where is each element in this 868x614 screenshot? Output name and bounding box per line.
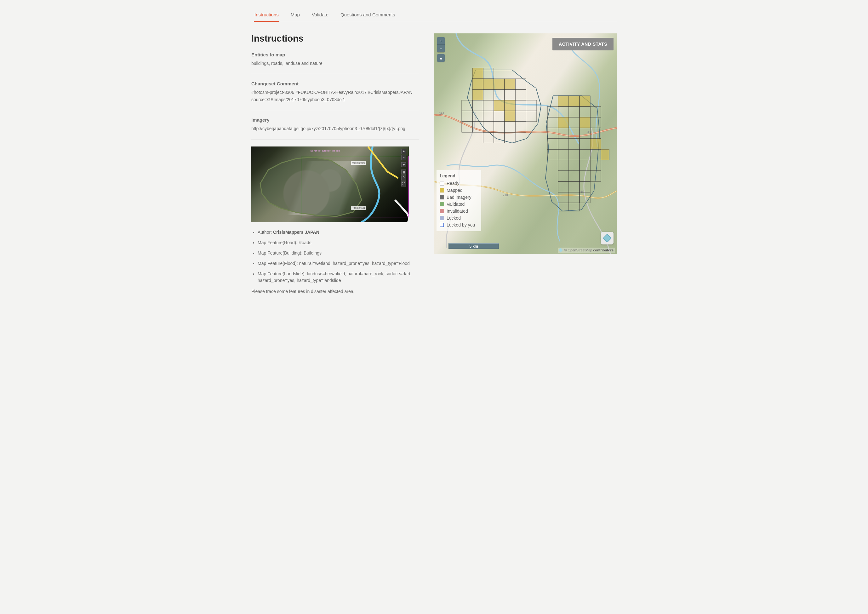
map-controls: + − »: [437, 37, 445, 62]
tab-bar: Instructions Map Validate Questions and …: [251, 9, 617, 22]
imagery-preview[interactable]: Do not edit outside of this box! 土砂崩壊地域 …: [251, 146, 409, 222]
svg-rect-40: [558, 107, 569, 117]
scale-bar: 5 km: [448, 243, 499, 249]
zoom-in-button[interactable]: +: [437, 37, 445, 45]
imagery-body: http://cyberjapandata.gsi.go.jp/xyz/2017…: [251, 125, 419, 132]
author-value: CrisisMappers JAPAN: [273, 229, 319, 235]
legend-invalidated: Invalidated: [440, 209, 478, 214]
preview-toolbar: + − ➤ ▦ ? ⛶: [401, 149, 406, 186]
map-legend: Legend Ready Mapped Bad imagery: [437, 170, 481, 231]
road-label-210a: 210: [503, 194, 508, 197]
svg-rect-7: [473, 79, 483, 90]
legend-locked-label: Locked: [446, 216, 461, 220]
attribution-link[interactable]: contributors: [593, 248, 614, 252]
legend-bad: Bad imagery: [440, 195, 478, 200]
preview-label-b: 土砂崩壊地域: [351, 206, 366, 210]
legend-bad-label: Bad imagery: [446, 195, 471, 200]
svg-rect-20: [462, 111, 473, 122]
trace-note: Please trace some features in disaster a…: [251, 289, 419, 294]
svg-rect-47: [580, 117, 590, 128]
legend-lockedyou: Locked by you: [440, 222, 478, 228]
svg-rect-77: [569, 192, 580, 203]
feature-list: Author: CrisisMappers JAPAN Map Feature(…: [251, 229, 419, 284]
section-changeset: Changeset Comment #hotosm-project-3306 #…: [251, 81, 419, 103]
svg-rect-51: [569, 128, 580, 139]
svg-rect-30: [494, 122, 505, 132]
legend-ready-label: Ready: [446, 181, 459, 186]
legend-invalidated-label: Invalidated: [446, 209, 468, 214]
preview-zoom-out[interactable]: −: [401, 155, 406, 160]
preview-fullscreen[interactable]: ⛶: [401, 181, 406, 186]
svg-rect-13: [462, 100, 473, 111]
attribution-prefix: © OpenStreetMap: [564, 248, 593, 252]
svg-rect-5: [505, 79, 515, 90]
svg-rect-74: [569, 181, 580, 192]
svg-rect-60: [547, 149, 558, 160]
svg-rect-19: [526, 100, 537, 111]
tab-instructions[interactable]: Instructions: [254, 9, 279, 22]
entities-body: buildings, roads, landuse and nature: [251, 60, 419, 67]
svg-rect-49: [547, 128, 558, 139]
tab-questions[interactable]: Questions and Comments: [340, 9, 395, 22]
preview-layers[interactable]: ▦: [401, 169, 406, 175]
expand-sidebar-button[interactable]: »: [437, 54, 445, 62]
activity-stats-button[interactable]: ACTIVITY AND STATS: [552, 38, 614, 50]
preview-zoom-in[interactable]: +: [401, 149, 406, 154]
svg-rect-46: [569, 117, 580, 128]
swatch-mapped-icon: [440, 188, 444, 192]
zoom-out-button[interactable]: −: [437, 45, 445, 52]
task-map[interactable]: 386 386 210 210: [434, 33, 617, 254]
legend-validated: Validated: [440, 202, 478, 207]
svg-rect-6: [515, 79, 526, 90]
layers-icon: [603, 234, 612, 243]
tab-validate[interactable]: Validate: [311, 9, 329, 22]
entities-title: Entities to map: [251, 52, 419, 57]
right-column: 386 386 210 210: [434, 33, 617, 254]
list-item-road: Map Feature(Road): Roads: [257, 239, 419, 246]
svg-rect-18: [515, 100, 526, 111]
svg-rect-37: [569, 96, 580, 107]
svg-rect-23: [494, 111, 505, 122]
legend-ready: Ready: [440, 181, 478, 186]
svg-rect-78: [580, 192, 590, 203]
legend-validated-label: Validated: [446, 202, 465, 207]
content-columns: Instructions Entities to map buildings, …: [251, 33, 617, 294]
svg-rect-16: [494, 100, 505, 111]
legend-locked: Locked: [440, 216, 478, 220]
swatch-validated-icon: [440, 202, 444, 206]
preview-help[interactable]: ?: [401, 175, 406, 180]
svg-rect-3: [483, 79, 494, 90]
svg-rect-10: [494, 90, 505, 100]
svg-rect-56: [569, 139, 580, 149]
svg-rect-2: [483, 68, 494, 79]
tab-map[interactable]: Map: [290, 9, 301, 22]
legend-mapped-label: Mapped: [446, 188, 463, 193]
changeset-body: #hotosm-project-3306 #FUKUOKA-OHITA-Heav…: [251, 89, 419, 103]
legend-lockedyou-label: Locked by you: [446, 222, 475, 228]
swatch-locked-icon: [440, 216, 444, 220]
svg-rect-71: [580, 171, 590, 181]
svg-rect-50: [558, 128, 569, 139]
list-item-author: Author: CrisisMappers JAPAN: [257, 229, 419, 236]
divider: [251, 110, 419, 110]
map-attribution: © OpenStreetMap contributors: [558, 248, 615, 253]
svg-rect-48: [590, 117, 601, 128]
svg-rect-34: [494, 132, 505, 143]
svg-rect-41: [569, 107, 580, 117]
swatch-invalidated-icon: [440, 209, 444, 213]
author-label: Author:: [257, 229, 273, 235]
svg-rect-21: [473, 111, 483, 122]
svg-rect-33: [483, 132, 494, 143]
svg-rect-55: [558, 139, 569, 149]
swatch-bad-icon: [440, 195, 444, 199]
svg-rect-76: [558, 192, 569, 203]
layer-toggle-button[interactable]: [601, 232, 614, 245]
svg-rect-17: [505, 100, 515, 111]
osm-logo-icon: [558, 248, 563, 252]
preview-locate[interactable]: ➤: [401, 162, 406, 167]
svg-rect-22: [483, 111, 494, 122]
svg-rect-43: [590, 107, 601, 117]
svg-rect-27: [462, 122, 473, 132]
svg-rect-15: [483, 100, 494, 111]
divider: [251, 139, 419, 140]
